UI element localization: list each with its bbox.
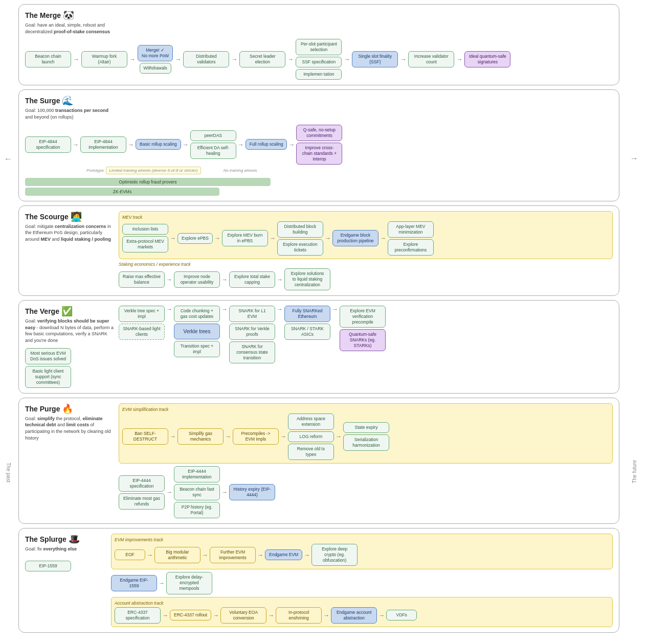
- scourge-goal: Goal: mitigate centralization concerns i…: [25, 223, 115, 243]
- node-vdfs: VDFs: [386, 610, 417, 620]
- verge-section: The Verge ✅ Goal: verifying blocks shoul…: [18, 300, 619, 394]
- arrow-2: →: [129, 56, 136, 63]
- node-simplify-gas: Simplify gas mechanics: [177, 428, 224, 445]
- surge-header: The Surge 🌊 Goal: 100,000 transactions p…: [25, 95, 613, 120]
- arr-p6: →: [221, 489, 228, 496]
- optimistic-bar: Optimistic rollup fraud provers: [25, 178, 271, 186]
- node-basic-rollup: Basic rollup scaling: [136, 139, 181, 150]
- left-arrow-icon: ←: [4, 154, 12, 164]
- node-snark-light: SNARK-based light clients: [119, 324, 165, 340]
- arrow-7: →: [400, 56, 406, 63]
- arrow-1: →: [73, 56, 79, 63]
- purge-title: The Purge: [25, 405, 60, 413]
- arrow-4: →: [231, 56, 237, 63]
- arr-sc1: →: [170, 235, 176, 242]
- purge-section: The Purge 🔥 Goal: simplify the protocol,…: [18, 398, 619, 524]
- arr-s4: →: [238, 141, 244, 148]
- node-beacon-fast: Beacon chain fast sync: [174, 484, 220, 500]
- scourge-icon: 🧑‍💻: [71, 211, 82, 222]
- node-address-ext: Address space extension: [288, 413, 334, 430]
- purge-info: The Purge 🔥 Goal: simplify the protocol,…: [25, 403, 115, 519]
- node-increase-val: Increase validator count: [408, 51, 454, 67]
- arr-v4: →: [332, 306, 338, 313]
- node-eof: EOF: [115, 549, 145, 560]
- arr-p3: →: [280, 433, 286, 440]
- arr-sp4: →: [304, 551, 310, 559]
- surge-info: The Surge 🌊 Goal: 100,000 transactions p…: [25, 95, 115, 120]
- node-verkle: Verkle trees: [174, 324, 220, 339]
- node-distval: Distributed validators: [183, 51, 229, 67]
- main-content: The Merge 🐼 Goal: have an ideal, simple,…: [16, 0, 621, 637]
- arrow-3: →: [175, 56, 181, 63]
- arr-st3: →: [277, 276, 283, 283]
- node-eip4444-impl: EIP-4444 implementation: [174, 466, 220, 482]
- node-ban-self: Ban SELF-DESTRUCT: [122, 428, 168, 445]
- node-in-protocol: In-protocol enshrining: [276, 607, 322, 624]
- verge-goal: Goal: verifying blocks should be super e…: [25, 318, 115, 343]
- evm-improvements-track: EVM improvements track EOF → Big modular…: [111, 534, 613, 569]
- node-cross-chain: Improve cross-chain standards + interop: [296, 143, 342, 165]
- node-explore-evm-precompile: Explore EVM verification precompile: [340, 306, 386, 328]
- node-evm-dos: Most serious EVM DoS issues solved: [25, 348, 71, 364]
- node-quantum-snark: Quantum-safe SNARKs (eg. STARKs): [340, 329, 386, 351]
- node-eip4444-spec: EIP-4444 specification: [119, 475, 165, 492]
- left-side-panel: ← The past: [0, 0, 16, 637]
- arr-p2: →: [225, 433, 231, 440]
- node-perslot: Per-slot participant selection: [296, 39, 342, 55]
- merge-info: The Merge 🐼 Goal: have an ideal, simple,…: [25, 10, 115, 35]
- splurge-section: The Splurge 🎩 Goal: fix everything else …: [18, 528, 619, 632]
- merge-icon: 🐼: [63, 10, 74, 21]
- scourge-info: The Scourge 🧑‍💻 Goal: mitigate centraliz…: [25, 211, 115, 290]
- right-label: The future: [632, 460, 637, 484]
- node-remove-tx: Remove old tx types: [288, 444, 334, 460]
- node-preconfirm: Explore preconfirmations: [388, 239, 434, 256]
- arr-p5: →: [166, 489, 172, 496]
- arr-st1: →: [166, 276, 172, 283]
- node-further-evm: Further EVM improvements: [210, 547, 256, 563]
- merge-flow: Beacon chain launch → Warmup fork (Altai…: [25, 39, 613, 80]
- node-app-layer: App-layer MEV minimization: [388, 221, 434, 238]
- node-eip4844-spec: EIP-4844 specification: [25, 136, 71, 153]
- left-label: The past: [6, 463, 11, 482]
- node-snark-consensus: SNARK for consensus state transition: [229, 341, 275, 363]
- node-eip1559: EIP-1559: [25, 561, 71, 571]
- prototype-label: Prototype: [86, 168, 104, 173]
- splurge-info: The Splurge 🎩 Goal: fix everything else …: [25, 534, 107, 627]
- purge-icon: 🔥: [62, 403, 73, 415]
- arr-sp3: →: [257, 551, 263, 559]
- account-abstraction-label: Account abstraction track: [115, 601, 609, 606]
- arr-p1: →: [170, 433, 176, 440]
- node-extra-mev: Extra-protocol MEV markets: [122, 236, 168, 252]
- right-side-panel: → The future: [621, 0, 647, 637]
- arr-sp7: →: [213, 612, 219, 619]
- mev-track-label: MEV track: [122, 215, 609, 220]
- node-impl: Implemen tation: [296, 69, 342, 80]
- surge-title: The Surge: [25, 97, 60, 105]
- merge-header: The Merge 🐼 Goal: have an ideal, simple,…: [25, 10, 613, 35]
- verge-info: The Verge ✅ Goal: verifying blocks shoul…: [25, 306, 115, 388]
- scourge-title: The Scourge: [25, 213, 69, 221]
- node-dist-block: Distributed block building: [277, 221, 323, 238]
- zkevms-bar: ZK-EVMs: [25, 188, 219, 196]
- arr-s2: →: [128, 141, 134, 148]
- node-beacon: Beacon chain launch: [25, 51, 71, 67]
- arr-s1: →: [73, 141, 79, 148]
- node-erc4337-rollout: ERC-4337 rollout: [170, 610, 211, 620]
- arr-sc2: →: [214, 235, 220, 242]
- scourge-section: The Scourge 🧑‍💻 Goal: mitigate centraliz…: [18, 205, 619, 296]
- node-full-rollup: Full rollup scaling: [246, 139, 287, 150]
- node-history-expiry: History expiry (EIP-4444): [229, 484, 275, 500]
- node-peerDAS: peerDAS: [190, 130, 236, 141]
- node-log-reform: LOG reform: [288, 431, 334, 442]
- node-erc4337-spec: ERC-4337 specification: [115, 607, 161, 624]
- splurge-icon: 🎩: [69, 534, 80, 545]
- arr-s3: →: [183, 141, 189, 148]
- node-endgame-block: Endgame block production pipeline: [332, 230, 378, 246]
- surge-goal: Goal: 100,000 transactions per second an…: [25, 107, 115, 120]
- node-big-modular: Big modular arithmetic: [154, 547, 200, 563]
- node-epbs: Explore ePBS: [177, 233, 213, 244]
- arr-sp6: →: [162, 612, 168, 619]
- node-improve-node: Improve node operator usability: [174, 271, 220, 288]
- node-inclusion: Inclusion lists: [122, 224, 168, 235]
- node-raise-max: Raise max effective balance: [119, 271, 165, 288]
